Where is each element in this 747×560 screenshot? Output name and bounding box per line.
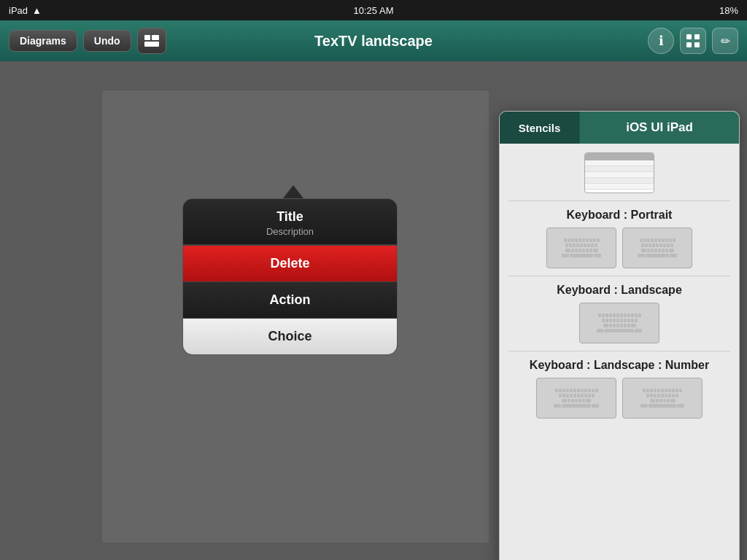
keyboard-landscape-row [508,303,730,343]
stencils-panel: Stencils iOS UI iPad Keyboard : Portrait [499,111,740,560]
status-bar: iPad ▲ 10:25 AM 18% [0,0,747,20]
keyboard-landscape-number-1[interactable] [536,378,616,419]
keyboard-portrait-2[interactable] [622,228,692,268]
first-thumbnail-row [508,152,730,193]
keyboard-landscape-number-2[interactable] [622,378,703,419]
undo-button[interactable]: Undo [83,30,131,52]
toolbar-title: TexTV landscape [314,33,433,50]
keyboard-portrait-1[interactable] [546,228,616,268]
section-keyboard-landscape: Keyboard : Landscape [508,284,730,297]
keyboard-portrait-row [508,228,730,268]
panel-title: iOS UI iPad [580,112,739,144]
section-keyboard-portrait: Keyboard : Portrait [508,209,730,222]
sheet-header: Title Description [183,199,397,245]
status-right: 18% [719,5,738,16]
panel-tabs: Stencils iOS UI iPad [500,112,739,144]
tab-stencils[interactable]: Stencils [500,112,580,144]
status-left: iPad ▲ [9,5,42,16]
canvas-area: Title Description Delete Action Choice S… [0,61,747,560]
panel-content[interactable]: Keyboard : Portrait [500,144,739,560]
info-button[interactable]: ℹ [648,28,674,54]
divider-2 [508,276,730,276]
layout-icon-button[interactable] [137,28,166,54]
svg-rect-3 [686,34,692,39]
action-sheet: Title Description Delete Action Choice [182,185,398,355]
grid-button[interactable] [680,28,706,54]
sheet-arrow [283,185,303,198]
wifi-icon: ▲ [32,5,42,16]
toolbar: Diagrams Undo TexTV landscape ℹ ✏ [0,20,747,61]
svg-rect-2 [144,42,159,47]
svg-rect-6 [694,42,700,47]
sheet-title: Title [198,209,382,225]
section-keyboard-landscape-number: Keyboard : Landscape : Number [508,359,730,372]
panel-arrow [653,111,673,112]
device-label: iPad [9,5,28,16]
keyboard-landscape-number-row [508,378,730,419]
diagrams-button[interactable]: Diagrams [9,30,77,52]
choice-button[interactable]: Choice [183,318,397,354]
sheet-body: Title Description Delete Action Choice [182,198,398,355]
divider-1 [508,201,730,201]
svg-rect-4 [694,34,700,39]
svg-rect-5 [686,42,692,47]
edit-button[interactable]: ✏ [712,28,738,54]
delete-button[interactable]: Delete [183,245,397,281]
table-thumbnail[interactable] [584,152,654,193]
action-button[interactable]: Action [183,281,397,318]
toolbar-right-icons: ℹ ✏ [648,28,738,54]
status-time: 10:25 AM [354,5,394,16]
svg-rect-1 [152,35,159,40]
divider-3 [508,351,730,351]
svg-rect-0 [144,35,150,40]
battery-label: 18% [719,5,738,16]
sheet-description: Description [198,226,382,237]
keyboard-landscape-1[interactable] [579,303,659,343]
